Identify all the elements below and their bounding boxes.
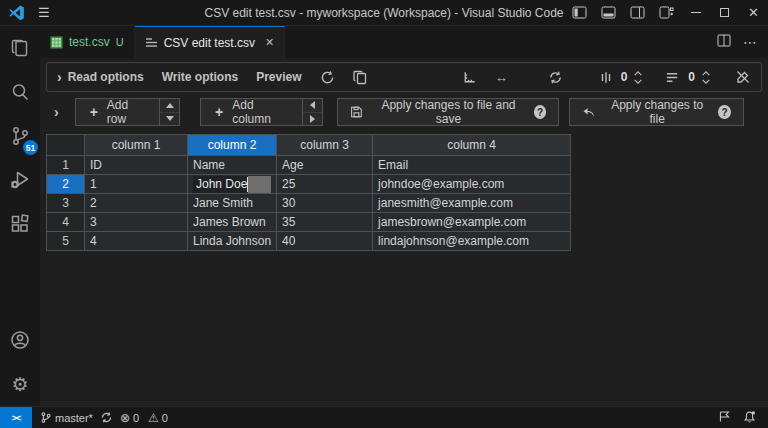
- column-header[interactable]: column 3: [277, 135, 373, 156]
- plus-icon: +: [90, 104, 98, 120]
- corner-cell[interactable]: [47, 135, 85, 156]
- add-column-button[interactable]: + Add column: [201, 99, 302, 125]
- table-row: 5 4 Linda Johnson 40 lindajohnson@exampl…: [47, 232, 571, 251]
- fixed-columns-stepper[interactable]: [633, 71, 643, 84]
- tab-label: CSV edit test.csv: [164, 36, 255, 50]
- cell[interactable]: 2: [85, 194, 188, 213]
- actions-toolbar: › + Add row + Add column: [46, 92, 762, 132]
- cell[interactable]: 30: [277, 194, 373, 213]
- add-row-button[interactable]: + Add row: [76, 99, 159, 125]
- cell-editor-input[interactable]: John Doe: [193, 176, 247, 193]
- fixed-rows-stepper[interactable]: [701, 71, 711, 84]
- column-header[interactable]: column 4: [373, 135, 571, 156]
- column-header[interactable]: column 1: [85, 135, 188, 156]
- help-icon[interactable]: ?: [718, 105, 731, 119]
- tab-test-csv[interactable]: test.csv U: [40, 26, 135, 58]
- cell[interactable]: Age: [277, 156, 373, 175]
- split-editor-icon[interactable]: [717, 33, 731, 51]
- customize-layout-icon[interactable]: [652, 0, 681, 25]
- cell[interactable]: ID: [85, 156, 188, 175]
- toggle-sidebar-icon[interactable]: [565, 0, 594, 25]
- apply-button[interactable]: Apply changes to file ?: [569, 98, 744, 126]
- notifications-bell-icon[interactable]: [743, 410, 756, 426]
- git-branch-status[interactable]: master*: [40, 411, 93, 424]
- cell[interactable]: jamesbrown@example.com: [373, 213, 571, 232]
- cell[interactable]: 25: [277, 175, 373, 194]
- more-actions-icon[interactable]: ⋯: [743, 34, 758, 50]
- search-icon[interactable]: [0, 70, 40, 114]
- add-column-right-button[interactable]: [303, 112, 322, 126]
- menu-icon[interactable]: ☰: [38, 5, 50, 20]
- problems-status[interactable]: ⊗ 0 ⚠ 0: [120, 412, 168, 424]
- maximize-icon[interactable]: [710, 0, 739, 25]
- fixed-rows-value: 0: [688, 70, 695, 84]
- help-icon[interactable]: ?: [534, 105, 547, 119]
- arrows-horizontal-icon[interactable]: ↔: [495, 70, 508, 85]
- toggle-panel-icon[interactable]: [594, 0, 623, 25]
- account-icon[interactable]: [0, 318, 40, 362]
- window-close-icon[interactable]: ✕: [739, 0, 768, 25]
- fixed-rows-icon: [665, 70, 680, 85]
- toggle-secondary-sidebar-icon[interactable]: [623, 0, 652, 25]
- git-untracked-badge: U: [116, 36, 124, 48]
- write-options-toggle[interactable]: Write options: [162, 70, 238, 84]
- status-bar: >< master* ⊗ 0 ⚠ 0: [0, 406, 768, 428]
- cell[interactable]: Name: [188, 156, 277, 175]
- row-number[interactable]: 5: [47, 232, 85, 251]
- source-control-icon[interactable]: 51: [0, 114, 40, 158]
- settings-gear-icon[interactable]: ⚙: [0, 362, 40, 406]
- branch-icon: [40, 411, 52, 424]
- read-options-toggle[interactable]: Read options: [68, 70, 144, 84]
- sync-changes-button[interactable]: [100, 411, 113, 424]
- vscode-logo-icon: [8, 5, 26, 21]
- cell[interactable]: 3: [85, 213, 188, 232]
- row-number-selected[interactable]: 2: [47, 175, 85, 194]
- resize-columns-icon[interactable]: [462, 70, 477, 85]
- cell[interactable]: 35: [277, 213, 373, 232]
- cell[interactable]: lindajohnson@example.com: [373, 232, 571, 251]
- sync-icon[interactable]: [548, 70, 563, 85]
- plus-icon: +: [215, 104, 223, 120]
- minimize-icon[interactable]: [681, 0, 710, 25]
- cell[interactable]: Jane Smith: [188, 194, 277, 213]
- no-edit-icon[interactable]: [735, 69, 751, 85]
- extensions-icon[interactable]: [0, 202, 40, 246]
- expand-chevron-icon[interactable]: ›: [57, 69, 62, 85]
- cell[interactable]: 40: [277, 232, 373, 251]
- preview-toggle[interactable]: Preview: [256, 70, 301, 84]
- feedback-icon[interactable]: [718, 410, 731, 425]
- cell[interactable]: 4: [85, 232, 188, 251]
- cell[interactable]: James Brown: [188, 213, 277, 232]
- add-row-above-button[interactable]: [160, 99, 179, 112]
- remote-indicator[interactable]: ><: [0, 407, 32, 428]
- warning-icon: ⚠: [148, 412, 159, 424]
- reload-icon[interactable]: [320, 70, 335, 85]
- column-header-selected[interactable]: column 2: [188, 135, 277, 156]
- apply-save-button[interactable]: Apply changes to file and save ?: [337, 98, 559, 126]
- add-column-left-button[interactable]: [303, 99, 322, 112]
- cell[interactable]: 1: [85, 175, 188, 194]
- add-row-below-button[interactable]: [160, 112, 179, 126]
- add-row-group: + Add row: [75, 98, 180, 126]
- tab-label: test.csv: [69, 35, 110, 49]
- cell[interactable]: janesmith@example.com: [373, 194, 571, 213]
- tab-csv-edit[interactable]: CSV edit test.csv ✕: [135, 26, 286, 58]
- run-debug-icon[interactable]: [0, 158, 40, 202]
- undo-arrow-icon: [582, 105, 596, 119]
- cell[interactable]: Linda Johnson: [188, 232, 277, 251]
- tab-close-icon[interactable]: ✕: [265, 36, 274, 49]
- table-row: 4 3 James Brown 35 jamesbrown@example.co…: [47, 213, 571, 232]
- cell[interactable]: johndoe@example.com: [373, 175, 571, 194]
- scm-badge: 51: [23, 140, 38, 155]
- table-row: 2 1 John Doe 25 johndoe@example.com: [47, 175, 571, 194]
- cell[interactable]: Email: [373, 156, 571, 175]
- collapse-chevron-icon[interactable]: ›: [54, 104, 59, 120]
- editing-cell[interactable]: John Doe: [188, 175, 277, 194]
- row-number[interactable]: 4: [47, 213, 85, 232]
- csv-editor-webview: › Read options Write options Preview: [40, 58, 768, 406]
- copy-icon[interactable]: [353, 70, 367, 85]
- row-number[interactable]: 3: [47, 194, 85, 213]
- explorer-icon[interactable]: [0, 26, 40, 70]
- row-number[interactable]: 1: [47, 156, 85, 175]
- add-column-group: + Add column: [200, 98, 323, 126]
